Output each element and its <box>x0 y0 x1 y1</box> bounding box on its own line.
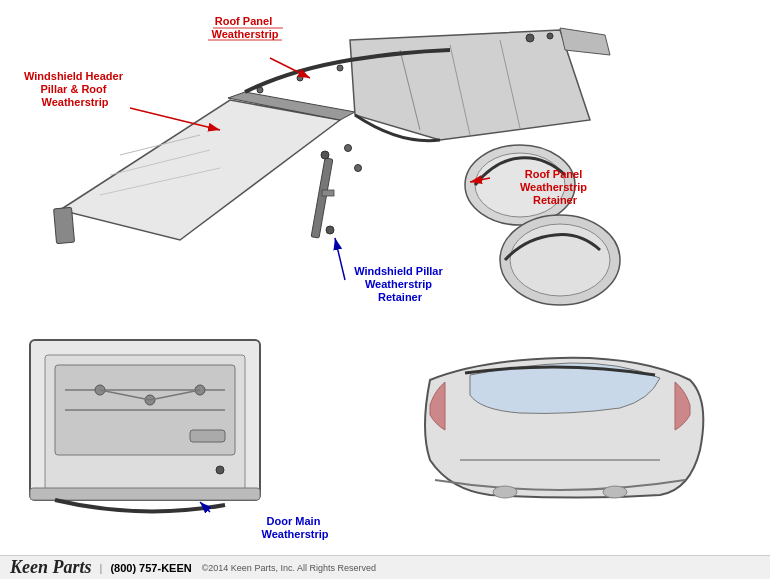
svg-point-14 <box>257 87 263 93</box>
svg-point-16 <box>337 65 343 71</box>
svg-point-39 <box>216 466 224 474</box>
svg-point-15 <box>297 75 303 81</box>
svg-marker-9 <box>350 30 590 140</box>
svg-rect-8 <box>54 207 75 243</box>
svg-marker-3 <box>60 100 340 240</box>
svg-point-19 <box>326 226 334 234</box>
windshield-glass <box>60 100 340 240</box>
svg-point-25 <box>526 34 534 42</box>
keen-parts-logo: Keen Parts <box>10 557 92 578</box>
car-rear-view <box>425 358 703 498</box>
svg-point-46 <box>355 165 362 172</box>
door-main-label: Door Main Weatherstrip <box>261 515 328 540</box>
diagram-svg: Windshield Header Pillar & Roof Weathers… <box>0 0 770 555</box>
roof-panels <box>350 28 610 141</box>
windshield-pillar-center <box>311 151 334 238</box>
bottom-right-corner <box>500 215 620 305</box>
footer-divider: | <box>100 562 103 574</box>
left-pillar <box>54 207 75 243</box>
svg-rect-37 <box>30 488 260 500</box>
svg-point-42 <box>603 486 627 498</box>
door-panel <box>30 340 260 500</box>
windshield-header-label: Windshield Header Pillar & Roof Weathers… <box>24 70 126 108</box>
footer-copyright: ©2014 Keen Parts, Inc. All Rights Reserv… <box>202 563 376 573</box>
svg-point-45 <box>345 145 352 152</box>
main-container: Windshield Header Pillar & Roof Weathers… <box>0 0 770 579</box>
footer-phone: (800) 757-KEEN <box>110 562 191 574</box>
svg-point-26 <box>547 33 553 39</box>
windshield-pillar-label: Windshield Pillar Weatherstrip Retainer <box>354 265 446 303</box>
svg-point-41 <box>493 486 517 498</box>
roof-panel-top-label: Roof Panel Weatherstrip <box>211 15 278 40</box>
svg-rect-20 <box>322 190 334 196</box>
svg-rect-38 <box>190 430 225 442</box>
door-weatherstrip-strip <box>55 500 225 511</box>
footer-bar: Keen Parts | (800) 757-KEEN ©2014 Keen P… <box>0 555 770 579</box>
keen-logo-text: Keen Parts <box>10 557 92 578</box>
svg-point-18 <box>321 151 329 159</box>
windshield-pillar-arrow <box>335 238 345 280</box>
